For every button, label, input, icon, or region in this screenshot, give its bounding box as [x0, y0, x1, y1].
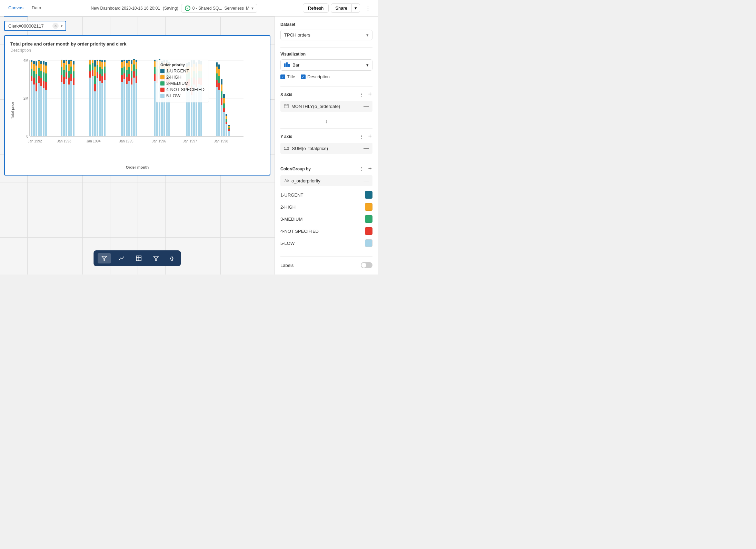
color-swatch-high[interactable]	[365, 203, 372, 211]
dataset-label: Dataset	[280, 22, 372, 27]
legend-item-high: 2-HIGH	[160, 74, 205, 80]
svg-rect-93	[97, 78, 98, 136]
svg-rect-15	[31, 69, 32, 76]
x-axis-add-button[interactable]: +	[367, 91, 372, 98]
svg-rect-71	[70, 61, 72, 67]
color-swatch-not-specified[interactable]	[365, 227, 372, 235]
svg-rect-149	[154, 74, 156, 81]
svg-rect-97	[97, 60, 98, 61]
svg-rect-103	[101, 83, 103, 136]
y-axis-add-button[interactable]: +	[367, 133, 372, 140]
share-button[interactable]: Share	[331, 3, 351, 13]
svg-rect-143	[136, 83, 137, 136]
filter-dropdown-icon[interactable]: ▾	[61, 24, 63, 28]
table-toolbar-button[interactable]	[132, 253, 145, 263]
svg-rect-27	[36, 61, 37, 66]
trend-toolbar-button[interactable]	[115, 253, 128, 263]
color-group-actions: ⋮ +	[358, 165, 372, 172]
svg-rect-238	[226, 124, 227, 136]
refresh-button[interactable]: Refresh	[303, 3, 329, 13]
tab-data[interactable]: Data	[28, 0, 45, 17]
svg-rect-76	[73, 64, 74, 71]
right-panel: Dataset TPCH orders ▾ Visualization Bar	[275, 17, 378, 274]
svg-rect-108	[104, 80, 106, 136]
svg-text:Jan 1997: Jan 1997	[183, 139, 197, 143]
color-label-urgent: 1-URGENT	[280, 192, 303, 198]
svg-rect-227	[218, 64, 220, 69]
svg-rect-138	[133, 78, 135, 136]
svg-text:Jan 1998: Jan 1998	[214, 139, 228, 143]
code-icon: {}	[170, 256, 173, 261]
svg-rect-107	[101, 60, 103, 62]
table-icon	[136, 255, 142, 261]
connection-info[interactable]: 0 - Shared SQ... Serverless M ▾	[181, 4, 257, 13]
filter-toolbar-button[interactable]	[98, 253, 111, 263]
chart-container: Total price and order month by order pri…	[4, 35, 270, 176]
more-options-button[interactable]: ⋮	[362, 3, 374, 14]
color-group-more-button[interactable]: ⋮	[358, 165, 365, 172]
svg-rect-83	[92, 76, 93, 136]
svg-rect-68	[70, 81, 72, 136]
filter-tag[interactable]: Clerk#000002117 × ▾	[4, 21, 66, 31]
share-dropdown-button[interactable]: ▾	[351, 3, 360, 13]
chevron-down-icon: ▾	[366, 32, 369, 38]
legend-label-medium: 3-MEDIUM	[166, 81, 188, 86]
svg-rect-136	[131, 64, 132, 71]
svg-rect-152	[154, 60, 156, 61]
labels-toggle[interactable]	[361, 262, 372, 268]
svg-rect-42	[43, 61, 44, 64]
svg-marker-250	[102, 256, 107, 260]
color-label-low: 5-LOW	[280, 241, 295, 246]
x-axis-more-button[interactable]: ⋮	[358, 91, 365, 98]
bottom-toolbar: {}	[93, 250, 181, 266]
swap-icon[interactable]: ↕	[325, 119, 328, 124]
svg-rect-150	[154, 67, 156, 74]
svg-rect-52	[61, 60, 62, 60]
svg-rect-134	[131, 78, 132, 84]
filter-icon	[101, 255, 107, 261]
svg-rect-90	[94, 76, 96, 84]
filter-clear-icon[interactable]: ×	[52, 23, 59, 29]
color-group-add-button[interactable]: +	[367, 165, 372, 172]
svg-rect-73	[73, 85, 74, 136]
text-icon: Abc	[284, 178, 289, 184]
svg-rect-24	[36, 83, 37, 91]
connection-size: M	[246, 6, 249, 11]
svg-rect-14	[31, 76, 32, 81]
color-swatch-urgent[interactable]	[365, 191, 372, 199]
svg-rect-43	[45, 90, 47, 136]
description-checkbox[interactable]: Description	[301, 74, 330, 79]
y-axis-more-button[interactable]: ⋮	[358, 133, 365, 140]
color-swatch-medium[interactable]	[365, 215, 372, 223]
svg-rect-102	[99, 60, 101, 61]
tab-canvas[interactable]: Canvas	[4, 0, 28, 17]
svg-rect-98	[99, 81, 101, 136]
visualization-section: Visualization Bar ▾ Title	[280, 52, 372, 79]
svg-rect-100	[99, 67, 101, 74]
chevron-down-icon: ▾	[366, 62, 369, 68]
x-axis-remove-button[interactable]: —	[364, 103, 369, 109]
y-axis-field: 1.2 SUM(o_totalprice) —	[280, 143, 372, 154]
svg-rect-129	[128, 74, 130, 81]
svg-rect-62	[66, 60, 67, 61]
svg-rect-113	[121, 82, 123, 136]
code-toolbar-button[interactable]: {}	[167, 253, 177, 263]
title-checkbox[interactable]: Title	[280, 74, 295, 79]
color-group-field-label: o_orderpriority	[291, 178, 361, 183]
labels-row: Labels	[280, 261, 372, 270]
svg-rect-230	[221, 91, 222, 98]
svg-rect-225	[218, 76, 220, 83]
color-swatch-low[interactable]	[365, 239, 372, 247]
svg-rect-221	[216, 67, 218, 73]
svg-rect-104	[101, 76, 103, 83]
dataset-select[interactable]: TPCH orders ▾	[280, 30, 372, 40]
header-tabs: Canvas Data	[4, 0, 46, 17]
funnel-toolbar-button[interactable]	[149, 253, 162, 263]
y-axis-remove-button[interactable]: —	[364, 145, 369, 151]
color-group-remove-button[interactable]: —	[364, 178, 369, 184]
svg-rect-45	[45, 73, 47, 82]
svg-rect-101	[99, 61, 101, 67]
svg-rect-87	[92, 60, 93, 60]
viz-type-select[interactable]: Bar ▾	[280, 59, 372, 71]
svg-text:0: 0	[26, 134, 28, 138]
